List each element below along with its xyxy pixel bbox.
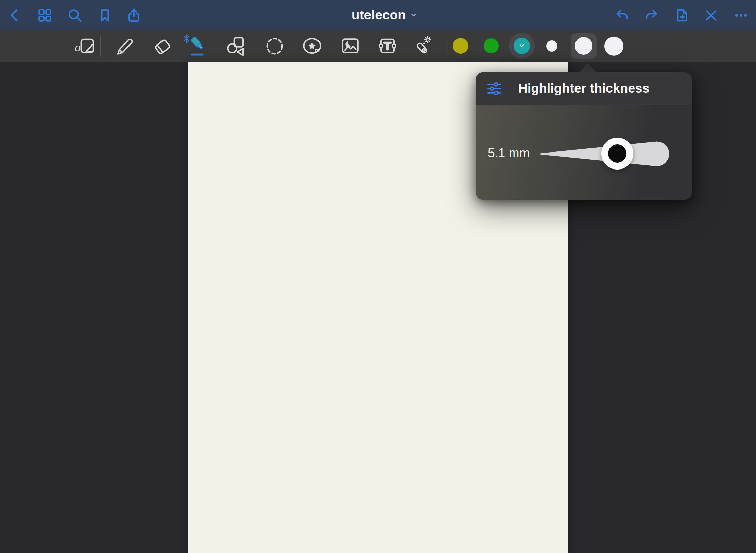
- highlighter-tool[interactable]: [188, 35, 209, 56]
- tools-toolbar: a: [0, 30, 756, 62]
- svg-text:a: a: [75, 41, 81, 54]
- shapes-tool[interactable]: [226, 35, 247, 56]
- eraser-tool[interactable]: [152, 35, 173, 56]
- text-tool[interactable]: [377, 35, 398, 56]
- more-options-icon[interactable]: [733, 7, 749, 23]
- chevron-down-icon: [518, 42, 526, 49]
- thickness-preset-small[interactable]: [546, 40, 557, 52]
- image-tool[interactable]: [340, 35, 361, 56]
- thickness-value-label: 5.1 mm: [488, 146, 530, 160]
- redo-icon[interactable]: [644, 7, 659, 23]
- back-icon[interactable]: [7, 7, 22, 23]
- thickness-preset-medium-dot: [575, 37, 592, 55]
- thickness-slider-knob-dot: [608, 144, 626, 163]
- share-icon[interactable]: [126, 7, 142, 23]
- navigation-bar: utelecon: [0, 0, 756, 30]
- color-swatch-yellow[interactable]: [453, 38, 468, 54]
- pen-mode-toggle-icon[interactable]: [703, 7, 719, 23]
- thickness-preset-medium-selected[interactable]: [571, 33, 597, 59]
- thumbnails-grid-icon[interactable]: [37, 7, 53, 23]
- bookmark-icon[interactable]: [97, 7, 113, 23]
- pen-tool[interactable]: [114, 35, 135, 56]
- search-icon[interactable]: [67, 7, 83, 23]
- thickness-slider-knob[interactable]: [601, 138, 633, 170]
- thickness-preset-large[interactable]: [604, 37, 623, 56]
- color-swatch-green[interactable]: [484, 38, 499, 53]
- add-page-icon[interactable]: [674, 7, 689, 23]
- popover-arrow: [579, 63, 597, 73]
- laser-pointer-tool[interactable]: [412, 35, 433, 56]
- color-swatch-teal-selected[interactable]: [514, 38, 530, 54]
- toolbar-divider: [100, 36, 101, 56]
- lasso-tool[interactable]: [264, 35, 285, 56]
- popover-title: Highlighter thickness: [476, 81, 692, 96]
- document-title-menu[interactable]: utelecon: [337, 0, 432, 30]
- undo-icon[interactable]: [614, 7, 630, 23]
- stickers-tool[interactable]: [302, 35, 323, 56]
- highlighter-thickness-popover: Highlighter thickness 5.1 mm: [476, 72, 692, 200]
- popover-header: Highlighter thickness: [476, 72, 692, 105]
- scroll-mode-tool[interactable]: a: [74, 35, 96, 56]
- toolbar-divider: [447, 36, 447, 56]
- chevron-down-icon: [409, 11, 418, 19]
- document-title: utelecon: [351, 7, 406, 22]
- notes-app-screen: utelecon a: [0, 0, 756, 553]
